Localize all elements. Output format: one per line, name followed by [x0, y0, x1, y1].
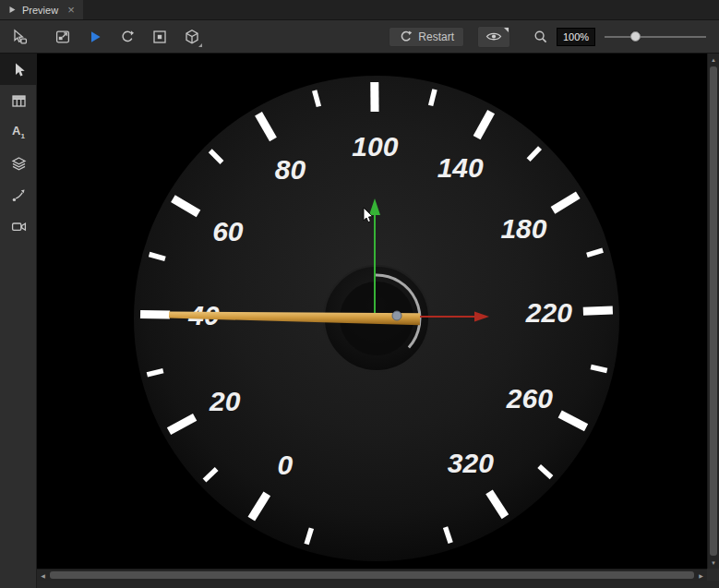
- scroll-right-button[interactable]: ▶: [695, 570, 707, 581]
- svg-text:20: 20: [209, 386, 241, 416]
- visibility-dropdown-icon[interactable]: [504, 28, 509, 32]
- zoom-level-field[interactable]: [557, 28, 595, 46]
- restart-label: Restart: [418, 30, 454, 43]
- select-cursor-icon: [11, 29, 28, 45]
- scroll-down-button[interactable]: ▼: [708, 557, 719, 569]
- rotate-icon: [119, 29, 136, 45]
- svg-text:220: 220: [525, 297, 572, 328]
- svg-text:320: 320: [448, 448, 494, 478]
- camera-icon: [11, 219, 27, 234]
- tab-close-icon[interactable]: ×: [67, 4, 75, 16]
- scroll-up-button[interactable]: ▲: [708, 54, 719, 66]
- edit-component-button[interactable]: [51, 25, 75, 49]
- zoom-slider[interactable]: [605, 25, 708, 49]
- vertical-scrollbar-thumb[interactable]: [710, 66, 717, 556]
- preview-window: Preview ×: [0, 0, 719, 588]
- gauge-scene: 020406080100140180220260320: [37, 54, 707, 569]
- sidebar-item-table-view[interactable]: [0, 85, 37, 116]
- toolbar-right-group: Restart: [389, 25, 712, 49]
- svg-text:140: 140: [437, 152, 484, 183]
- restart-button[interactable]: Restart: [389, 27, 464, 47]
- rotate-view-button[interactable]: [115, 25, 139, 49]
- horizontal-scrollbar[interactable]: ◀ ▶: [37, 569, 707, 581]
- gizmo-origin-handle[interactable]: [392, 311, 401, 320]
- tab-preview[interactable]: Preview ×: [0, 0, 83, 19]
- eye-icon: [485, 30, 502, 42]
- tab-bar: Preview ×: [0, 0, 719, 20]
- sidebar-item-text-tool[interactable]: A1: [0, 116, 37, 148]
- preview-toolbar: Restart: [0, 20, 719, 54]
- vertical-scrollbar[interactable]: ▲ ▼: [707, 54, 719, 569]
- svg-text:100: 100: [352, 131, 398, 162]
- svg-text:60: 60: [212, 216, 244, 246]
- select-mode-button[interactable]: [7, 25, 31, 49]
- sidebar-item-curve-tool[interactable]: [0, 179, 37, 210]
- scroll-left-button[interactable]: ◀: [37, 570, 49, 581]
- horizontal-scrollbar-thumb[interactable]: [50, 571, 694, 579]
- sidebar-item-camera-view[interactable]: [0, 210, 37, 242]
- visibility-button[interactable]: [477, 26, 510, 48]
- scrollbar-corner: [707, 569, 719, 581]
- select-pointer-icon: [11, 62, 27, 78]
- layers-icon: [11, 156, 27, 172]
- tab-label: Preview: [22, 5, 58, 16]
- svg-text:260: 260: [506, 383, 553, 414]
- fit-selected-icon: [151, 29, 168, 45]
- curve-arrow-icon: [11, 187, 27, 203]
- dropdown-corner-icon: [198, 43, 202, 47]
- restart-icon: [399, 30, 413, 43]
- edit-component-icon: [54, 29, 71, 45]
- magnifier-icon: [533, 29, 549, 45]
- table-icon: [11, 93, 27, 109]
- preview-tab-icon: [8, 6, 17, 14]
- sidebar-item-layers[interactable]: [0, 148, 37, 179]
- svg-text:80: 80: [275, 154, 306, 185]
- zoom-button[interactable]: [529, 25, 553, 49]
- sidebar-item-select-tool[interactable]: [0, 54, 37, 85]
- fit-selected-button[interactable]: [148, 25, 172, 49]
- zoom-slider-track: [605, 36, 706, 38]
- bottom-strip: [37, 581, 719, 588]
- cube-3d-button[interactable]: [180, 25, 204, 49]
- preview-canvas[interactable]: 020406080100140180220260320: [37, 54, 707, 569]
- text-a1-icon: A1: [12, 124, 25, 140]
- play-icon: [87, 29, 103, 45]
- svg-text:180: 180: [500, 213, 546, 244]
- svg-text:0: 0: [278, 450, 294, 480]
- play-tool-button[interactable]: [83, 25, 107, 49]
- tool-sidebar: A1: [0, 54, 37, 588]
- zoom-slider-handle[interactable]: [630, 31, 641, 42]
